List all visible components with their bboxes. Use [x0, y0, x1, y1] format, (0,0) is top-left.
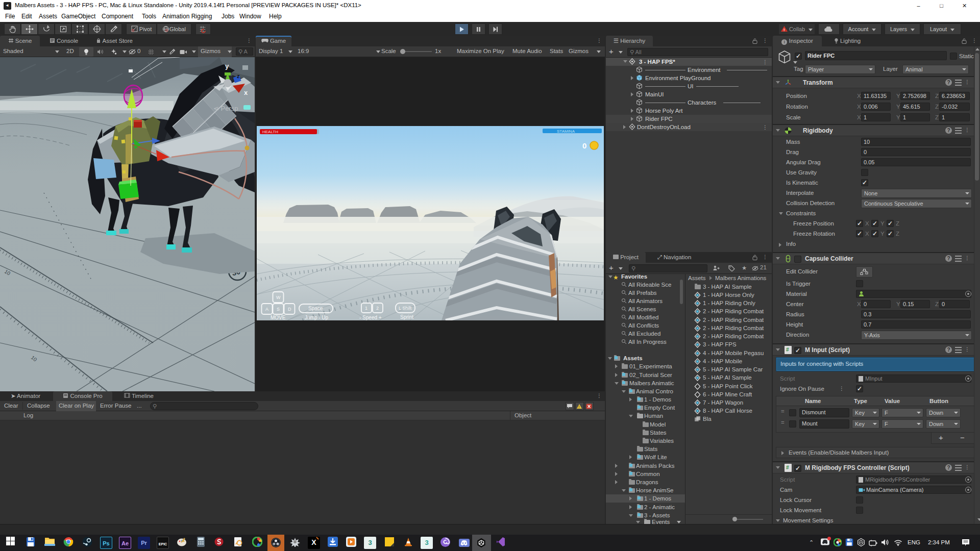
svg-text:- Speed +: - Speed +: [359, 315, 382, 320]
svg-text:A: A: [265, 307, 268, 312]
svg-text:W: W: [276, 295, 281, 300]
svg-text:⋖ Persp: ⋖ Persp: [213, 105, 238, 112]
svg-text:0: 0: [582, 141, 586, 150]
svg-text:x: x: [244, 89, 248, 96]
svg-text:!: !: [578, 405, 579, 409]
svg-text:y: y: [225, 62, 229, 70]
svg-text:Jump - Up: Jump - Up: [305, 315, 329, 320]
svg-text:Sprint: Sprint: [400, 314, 413, 320]
svg-text:D: D: [288, 307, 291, 312]
svg-text:MOVE: MOVE: [271, 315, 286, 320]
svg-text:Space: Space: [308, 306, 323, 311]
svg-text:!: !: [783, 28, 785, 32]
svg-text:S: S: [277, 307, 280, 312]
svg-text:2: 2: [376, 306, 379, 311]
svg-text:z: z: [237, 73, 240, 79]
svg-text:L Shift: L Shift: [399, 306, 412, 311]
svg-text:HEALTH: HEALTH: [262, 130, 278, 134]
svg-text:STAMINA: STAMINA: [557, 129, 575, 134]
svg-text:1: 1: [365, 306, 368, 311]
